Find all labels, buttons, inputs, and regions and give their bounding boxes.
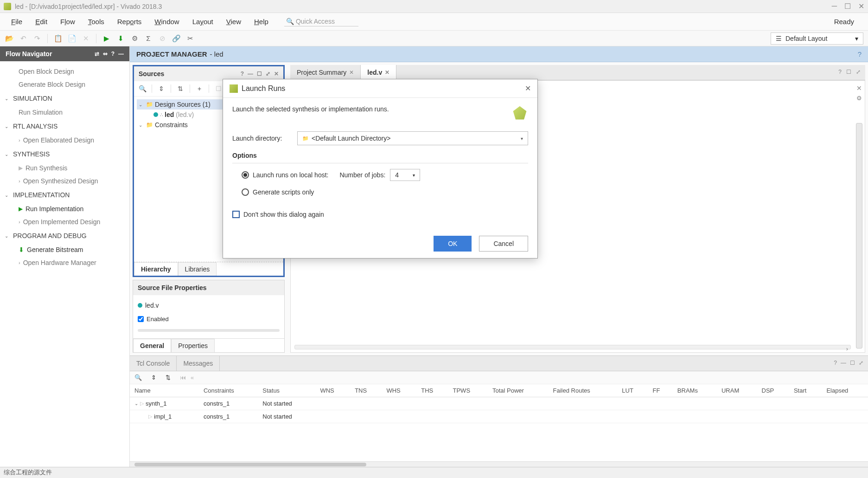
menu-flow[interactable]: Flow: [54, 15, 82, 28]
menu-layout[interactable]: Layout: [186, 15, 220, 28]
pm-help-icon[interactable]: ?: [858, 50, 862, 58]
editor-restore-icon[interactable]: ⤢: [856, 69, 861, 76]
runs-col-header[interactable]: Name: [130, 384, 199, 397]
redo-icon[interactable]: ↷: [32, 34, 42, 43]
scroll-indicator[interactable]: [138, 329, 280, 332]
nav-generate-block-design[interactable]: Generate Block Design: [0, 78, 129, 91]
nav-open-hardware[interactable]: ›Open Hardware Manager: [0, 256, 129, 269]
nav-section-rtl[interactable]: ⌄RTL ANALYSIS: [0, 119, 129, 134]
table-row[interactable]: ▷impl_1constrs_1Not started: [130, 410, 868, 423]
editor-help-icon[interactable]: ?: [838, 69, 842, 76]
njobs-combo[interactable]: 4 ▾: [390, 169, 420, 181]
tab-ledv-close-icon[interactable]: ✕: [385, 69, 389, 76]
runs-col-header[interactable]: LUT: [617, 384, 648, 397]
layout-selector[interactable]: ☰ Default Layout ▾: [771, 32, 863, 45]
runs-col-header[interactable]: WNS: [315, 384, 350, 397]
tab-project-summary[interactable]: Project Summary ✕: [290, 65, 361, 80]
sources-collapse-icon[interactable]: ⇕: [156, 83, 167, 94]
minimize-button[interactable]: ─: [832, 2, 837, 11]
menu-help[interactable]: Help: [248, 15, 275, 28]
menu-window[interactable]: Window: [148, 15, 185, 28]
pin-icon[interactable]: ⇔: [103, 51, 108, 57]
launch-dir-combo[interactable]: 📁 <Default Launch Directory> ▾: [297, 131, 528, 145]
run-icon[interactable]: ▶: [102, 34, 111, 43]
sources-tab-libraries[interactable]: Libraries: [178, 262, 217, 276]
sigma-icon[interactable]: Σ: [144, 34, 153, 43]
bottom-minimize-icon[interactable]: —: [841, 360, 846, 367]
table-row[interactable]: ⌄▷synth_1constrs_1Not started: [130, 397, 868, 410]
bottom-hscrollbar[interactable]: [130, 461, 868, 467]
bottom-maximize-icon[interactable]: ☐: [850, 360, 855, 367]
runs-col-header[interactable]: Elapsed: [822, 384, 868, 397]
sources-add-icon[interactable]: +: [194, 83, 205, 94]
help-icon[interactable]: ?: [111, 51, 115, 57]
minimize-panel-icon[interactable]: —: [118, 51, 124, 57]
maximize-button[interactable]: ☐: [844, 2, 851, 11]
ok-button[interactable]: OK: [434, 236, 472, 252]
menu-file[interactable]: File: [5, 15, 29, 28]
sources-restore-icon[interactable]: ⤢: [266, 71, 270, 77]
runs-search-icon[interactable]: 🔍: [134, 374, 142, 381]
open-icon[interactable]: 📂: [5, 34, 14, 43]
nav-run-synthesis[interactable]: ▶Run Synthesis: [0, 161, 129, 174]
menu-tools[interactable]: Tools: [82, 15, 111, 28]
runs-col-header[interactable]: Start: [789, 384, 822, 397]
dont-show-checkbox[interactable]: [232, 211, 240, 218]
nav-run-implementation[interactable]: ▶Run Implementation: [0, 202, 129, 215]
runs-col-header[interactable]: Status: [258, 384, 315, 397]
runs-col-header[interactable]: THS: [416, 384, 448, 397]
bottom-help-icon[interactable]: ?: [834, 360, 837, 367]
tab-tcl-console[interactable]: Tcl Console: [130, 356, 177, 371]
option-local-host[interactable]: Launch runs on local host: Number of job…: [232, 165, 528, 185]
enabled-checkbox[interactable]: [138, 316, 144, 322]
props-tab-general[interactable]: General: [133, 339, 171, 352]
bottom-restore-icon[interactable]: ⤢: [859, 360, 863, 367]
sources-search-icon[interactable]: 🔍: [137, 83, 148, 94]
radio-scripts-only[interactable]: [242, 188, 249, 196]
nav-section-simulation[interactable]: ⌄SIMULATION: [0, 91, 129, 106]
runs-col-header[interactable]: Constraints: [199, 384, 258, 397]
nav-section-program-debug[interactable]: ⌄PROGRAM AND DEBUG: [0, 228, 129, 243]
link-icon[interactable]: 🔗: [172, 34, 181, 43]
sources-tab-hierarchy[interactable]: Hierarchy: [134, 262, 178, 276]
nav-generate-bitstream[interactable]: ⬇Generate Bitstream: [0, 243, 129, 256]
tab-led-v[interactable]: led.v ✕: [361, 65, 396, 80]
editor-close-icon[interactable]: ✕: [856, 84, 862, 92]
dialog-close-icon[interactable]: ✕: [525, 84, 531, 93]
menu-view[interactable]: View: [220, 15, 248, 28]
nav-open-elaborated[interactable]: ›Open Elaborated Design: [0, 134, 129, 147]
sources-maximize-icon[interactable]: ☐: [257, 71, 262, 77]
close-button[interactable]: ✕: [858, 2, 864, 11]
undo-icon[interactable]: ↶: [19, 34, 28, 43]
nav-section-synthesis[interactable]: ⌄SYNTHESIS: [0, 147, 129, 161]
nav-open-block-design[interactable]: Open Block Design: [0, 65, 129, 78]
runs-col-header[interactable]: URAM: [717, 384, 757, 397]
runs-col-header[interactable]: Total Power: [488, 384, 549, 397]
radio-local-host[interactable]: [242, 171, 249, 179]
delete-icon[interactable]: ✕: [81, 34, 90, 43]
runs-col-header[interactable]: Failed Routes: [549, 384, 618, 397]
runs-col-header[interactable]: DSP: [757, 384, 789, 397]
props-tab-properties[interactable]: Properties: [171, 339, 215, 352]
bitstream-icon[interactable]: ⬇: [116, 34, 125, 43]
menu-edit[interactable]: Edit: [29, 15, 54, 28]
tab-summary-close-icon[interactable]: ✕: [349, 69, 354, 76]
nav-section-implementation[interactable]: ⌄IMPLEMENTATION: [0, 187, 129, 202]
runs-col-header[interactable]: BRAMs: [673, 384, 717, 397]
sources-help-icon[interactable]: ?: [241, 71, 244, 77]
runs-col-header[interactable]: TPWS: [448, 384, 488, 397]
editor-maximize-icon[interactable]: ☐: [846, 69, 851, 76]
sources-minimize-icon[interactable]: —: [248, 71, 253, 77]
runs-first-icon[interactable]: ⏮: [180, 374, 186, 381]
cancel-button[interactable]: Cancel: [479, 236, 528, 252]
editor-scrollbar[interactable]: [856, 123, 862, 349]
nav-open-synthesized[interactable]: ›Open Synthesized Design: [0, 174, 129, 187]
editor-gear-icon[interactable]: ⚙: [856, 95, 862, 102]
runs-col-header[interactable]: WHS: [382, 384, 416, 397]
settings-icon[interactable]: ⚙: [130, 34, 139, 43]
menu-reports[interactable]: Reports: [111, 15, 148, 28]
dashboard-icon[interactable]: ✂: [185, 34, 195, 43]
cancel-icon[interactable]: ⊘: [158, 34, 167, 43]
runs-expand-icon[interactable]: ⇅: [166, 374, 171, 381]
runs-col-header[interactable]: FF: [648, 384, 673, 397]
